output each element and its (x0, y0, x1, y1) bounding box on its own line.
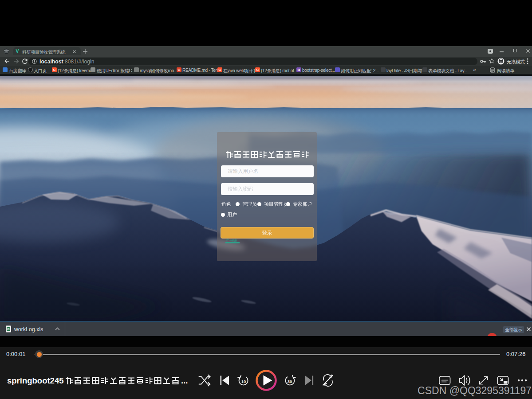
svg-text:10: 10 (241, 379, 246, 384)
svg-text:30: 30 (288, 379, 292, 384)
